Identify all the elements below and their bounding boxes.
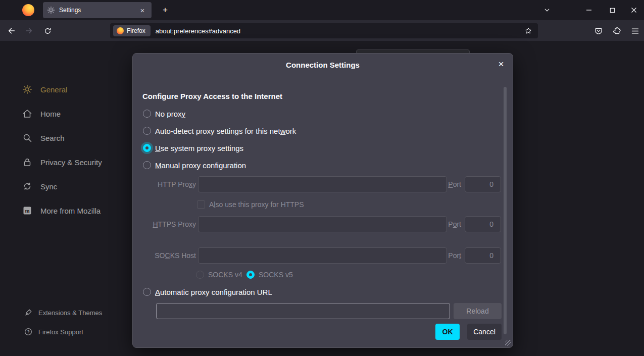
connection-settings-dialog: Connection Settings × Configure Proxy Ac… (132, 53, 513, 348)
extensions-icon[interactable] (610, 24, 624, 38)
radio-auto-detect-proxy[interactable]: Auto-detect proxy settings for this netw… (143, 125, 296, 137)
radio-label: No proxy (155, 110, 185, 118)
reload-proxy-button: Reload (454, 303, 502, 319)
radio-socks-v4: SOCKS v4 (196, 269, 242, 281)
radio-manual-proxy[interactable]: Manual proxy configuration (143, 159, 246, 171)
radio-circle (246, 271, 255, 279)
radio-circle[interactable] (143, 110, 151, 118)
list-tabs-chevron-icon[interactable] (539, 3, 555, 17)
socks-port-input (465, 247, 501, 264)
radio-socks-v5: SOCKS v5 (246, 269, 293, 281)
https-port-label: Port (436, 216, 461, 232)
http-port-input (465, 176, 501, 192)
https-port-input (465, 216, 501, 232)
back-button[interactable] (4, 24, 18, 38)
window-maximize-button[interactable] (601, 0, 624, 20)
radio-circle[interactable] (143, 161, 151, 169)
tab-bar: Settings × + (0, 0, 644, 20)
cancel-button[interactable]: Cancel (467, 324, 502, 340)
firefox-logo-icon (117, 27, 124, 34)
radio-label: Manual proxy configuration (155, 161, 246, 170)
radio-label: Auto-detect proxy settings for this netw… (155, 127, 296, 135)
dialog-close-icon[interactable]: × (494, 58, 508, 71)
url-bar[interactable]: Firefox about:preferences#advanced (110, 23, 538, 38)
navigation-toolbar: Firefox about:preferences#advanced (0, 20, 644, 41)
menu-hamburger-icon[interactable] (628, 24, 642, 38)
http-proxy-label: HTTP Proxy (140, 176, 196, 192)
https-proxy-label: HTTPS Proxy (140, 216, 196, 232)
dialog-title: Connection Settings (133, 61, 513, 69)
dialog-scrollbar[interactable] (504, 87, 507, 339)
socks-port-label: Port (436, 247, 461, 264)
new-tab-button[interactable]: + (158, 3, 172, 17)
radio-no-proxy[interactable]: No proxy (143, 108, 185, 120)
http-proxy-input (198, 176, 447, 192)
identity-chip[interactable]: Firefox (113, 25, 151, 36)
radio-circle[interactable] (143, 127, 151, 135)
url-text[interactable]: about:preferences#advanced (156, 27, 522, 35)
firefox-view-icon[interactable] (22, 4, 34, 16)
window-close-button[interactable] (624, 0, 644, 20)
socks-host-input (198, 247, 447, 264)
reload-button[interactable] (40, 24, 55, 38)
radio-circle (196, 271, 204, 279)
radio-label: Use system proxy settings (155, 144, 243, 152)
forward-button[interactable] (22, 24, 36, 38)
identity-chip-label: Firefox (127, 27, 145, 34)
automatic-proxy-url-input[interactable] (156, 303, 450, 319)
radio-automatic-proxy-url[interactable]: Automatic proxy configuration URL (143, 286, 272, 298)
dialog-heading: Configure Proxy Access to the Internet (142, 92, 282, 100)
checkbox-label: Also use this proxy for HTTPS (209, 200, 304, 209)
tab-title: Settings (59, 7, 133, 14)
socks-host-label: SOCKS Host (140, 247, 196, 264)
pocket-icon[interactable] (591, 24, 606, 38)
checkbox (197, 200, 205, 209)
tab-settings[interactable]: Settings × (43, 2, 152, 18)
radio-label: SOCKS v4 (208, 271, 242, 279)
also-use-https-checkbox-row: Also use this proxy for HTTPS (197, 198, 304, 211)
scrollbar-thumb[interactable] (504, 87, 507, 334)
resize-grip[interactable] (505, 340, 511, 346)
tab-close-icon[interactable]: × (137, 5, 147, 15)
http-port-label: Port (436, 176, 461, 192)
radio-circle[interactable] (143, 288, 151, 296)
bookmark-star-icon[interactable] (522, 24, 535, 37)
radio-circle[interactable] (143, 144, 151, 152)
settings-favicon-gear-icon (47, 6, 55, 14)
radio-label: SOCKS v5 (259, 271, 293, 279)
window-minimize-button[interactable] (577, 0, 601, 20)
ok-button[interactable]: OK (435, 324, 460, 340)
radio-label: Automatic proxy configuration URL (155, 288, 272, 296)
https-proxy-input (198, 216, 447, 232)
radio-use-system-proxy[interactable]: Use system proxy settings (143, 142, 243, 154)
